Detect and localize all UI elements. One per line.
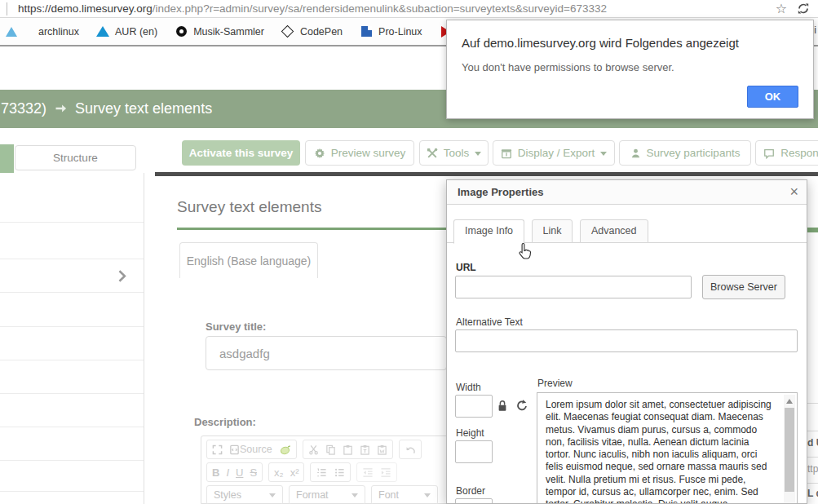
- language-tab-label: English (Base language): [187, 254, 312, 267]
- chevron-right-icon[interactable]: [118, 270, 126, 282]
- subscript-button[interactable]: x₂: [274, 466, 284, 479]
- outdent-icon[interactable]: [362, 467, 374, 478]
- screenshot-root: https://demo.limesurvey.org/index.php?r=…: [0, 0, 818, 504]
- underline-button[interactable]: U: [236, 466, 243, 479]
- paste-text-icon[interactable]: [360, 444, 370, 455]
- mouse-cursor-hand: [517, 242, 534, 267]
- structure-tab-label: Structure: [53, 152, 98, 164]
- page-title: Survey text elements: [75, 100, 212, 117]
- background-input-fragment: ttp: [807, 463, 818, 475]
- browser-address-bar[interactable]: https://demo.limesurvey.org/index.php?r=…: [0, 0, 818, 18]
- dialog-titlebar[interactable]: Image Properties ×: [447, 180, 807, 205]
- tools-menu-button[interactable]: Tools: [419, 140, 489, 166]
- url-origin: https://demo.limesurvey.org: [18, 2, 153, 15]
- bullet-list-icon[interactable]: [334, 467, 345, 478]
- survey-title-input[interactable]: asdgadfg: [206, 336, 447, 370]
- alternative-text-input[interactable]: [455, 329, 798, 352]
- chevron-down-icon: [269, 493, 276, 497]
- width-input[interactable]: [455, 395, 493, 418]
- border-label: Border: [456, 485, 485, 497]
- sidebar-list-item[interactable]: [0, 394, 144, 427]
- dialog-title: Image Properties: [458, 186, 544, 198]
- display-export-label: Display / Export: [518, 147, 595, 159]
- lock-ratio-icon[interactable]: [497, 399, 508, 416]
- reset-size-icon[interactable]: [515, 399, 528, 416]
- content-heading: Survey text elements: [177, 198, 321, 216]
- browser-alert-dialog: Auf demo.limesurvey.org wird Folgendes a…: [446, 20, 814, 119]
- settings-tab-active-partial[interactable]: [0, 144, 14, 173]
- bookmark-aur[interactable]: AUR (en): [96, 25, 157, 38]
- bookmark-musik-sammler[interactable]: Musik-Sammler: [175, 25, 264, 38]
- preview-scrollbar[interactable]: [784, 395, 795, 504]
- page-url[interactable]: https://demo.limesurvey.org/index.php?r=…: [18, 2, 607, 15]
- preview-label: Preview: [537, 378, 573, 389]
- display-export-menu-button[interactable]: Display / Export: [493, 140, 615, 166]
- responses-button[interactable]: Respons: [755, 140, 818, 166]
- url-input[interactable]: [455, 276, 692, 298]
- tab-advanced[interactable]: Advanced: [580, 219, 648, 243]
- sidebar-list-item[interactable]: [0, 173, 144, 223]
- background-divider-fragment: [807, 403, 818, 404]
- tab-language-english[interactable]: English (Base language): [179, 242, 318, 278]
- responses-label: Respons: [780, 147, 818, 159]
- paste-word-icon[interactable]: [377, 444, 387, 455]
- gear-icon: [314, 148, 325, 159]
- strikethrough-button[interactable]: S: [250, 466, 257, 479]
- bookmark-star-icon[interactable]: ☆: [776, 1, 787, 16]
- url-label: URL: [456, 262, 476, 273]
- chevron-down-icon: [475, 152, 481, 156]
- scrollbar-thumb[interactable]: [785, 408, 794, 492]
- tab-image-info[interactable]: Image Info: [453, 219, 524, 244]
- bold-button[interactable]: B: [212, 466, 219, 479]
- tab-link[interactable]: Link: [532, 219, 573, 243]
- sidebar-list-item[interactable]: [0, 427, 144, 461]
- breadcrumb-arrow-icon: [54, 99, 68, 119]
- archlinux-icon: [96, 25, 109, 38]
- bookmark-codepen[interactable]: CodePen: [281, 25, 343, 38]
- tab-structure[interactable]: Structure: [15, 145, 136, 170]
- sidebar-list-item[interactable]: [0, 293, 144, 327]
- sidebar-list-item[interactable]: [0, 327, 144, 360]
- sidebar-list-item[interactable]: [0, 360, 144, 394]
- sidebar-list-item[interactable]: [0, 223, 144, 259]
- participants-label: Survey participants: [647, 147, 741, 159]
- dialog-tabbar: Image Info Link Advanced: [447, 219, 807, 243]
- border-input[interactable]: [455, 498, 493, 504]
- browse-server-button[interactable]: Browse Server: [702, 275, 785, 299]
- height-label: Height: [456, 427, 484, 439]
- activate-survey-button[interactable]: Activate this survey: [182, 140, 300, 166]
- bookmark-label: CodePen: [300, 26, 343, 38]
- extension-sync-icon[interactable]: [797, 2, 810, 19]
- scroll-up-icon[interactable]: [786, 399, 793, 404]
- image-preview-pane: Lorem ipsum dolor sit amet, consectetuer…: [537, 392, 798, 504]
- superscript-button[interactable]: x²: [290, 466, 299, 479]
- export-box-icon: [501, 148, 512, 159]
- alert-ok-button[interactable]: OK: [747, 86, 798, 108]
- sidebar-question-list: [0, 173, 144, 504]
- tools-icon: [427, 148, 438, 159]
- styles-dropdown[interactable]: Styles: [206, 485, 283, 504]
- source-button[interactable]: Source: [229, 444, 272, 455]
- survey-participants-button[interactable]: Survey participants: [619, 140, 751, 166]
- limesurvey-placeholder-icon[interactable]: [279, 444, 291, 455]
- person-icon: [630, 148, 641, 159]
- sidebar-list-item[interactable]: [0, 461, 144, 492]
- bookmark-archlinux[interactable]: archlinux: [38, 26, 79, 38]
- maximize-icon[interactable]: [212, 444, 223, 455]
- preview-survey-button[interactable]: Preview survey: [305, 140, 414, 166]
- format-dropdown[interactable]: Format: [289, 485, 365, 504]
- font-dropdown[interactable]: Font: [371, 485, 438, 504]
- close-icon[interactable]: ×: [789, 183, 798, 201]
- cut-icon[interactable]: [308, 444, 319, 455]
- paste-icon[interactable]: [343, 444, 353, 455]
- copy-icon[interactable]: [325, 444, 336, 455]
- description-label: Description:: [194, 416, 256, 428]
- numbered-list-icon[interactable]: [316, 467, 327, 478]
- sidebar-list-item[interactable]: [0, 259, 144, 293]
- font-label: Font: [378, 489, 399, 501]
- undo-icon[interactable]: [405, 444, 416, 455]
- height-input[interactable]: [455, 440, 493, 463]
- italic-button[interactable]: I: [226, 466, 229, 479]
- indent-icon[interactable]: [380, 467, 391, 478]
- bookmark-pro-linux[interactable]: Pro-Linux: [360, 25, 422, 38]
